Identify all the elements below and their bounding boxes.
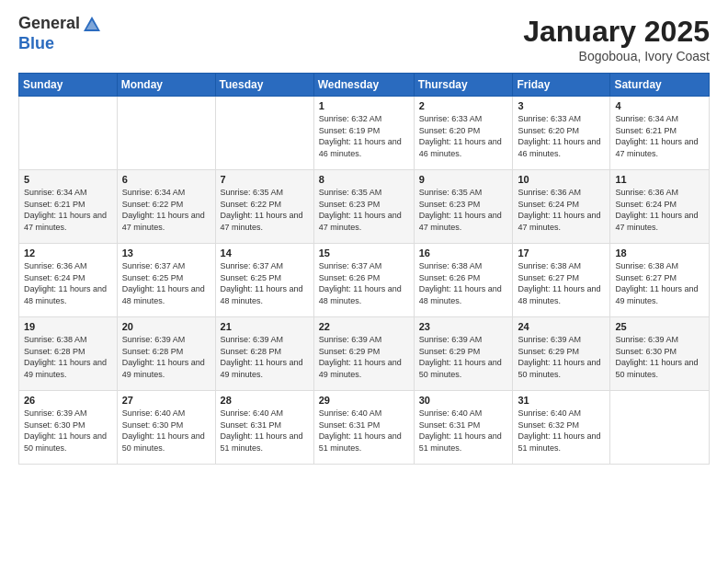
calendar-cell <box>610 391 710 465</box>
calendar-cell: 17Sunrise: 6:38 AMSunset: 6:27 PMDayligh… <box>513 244 610 317</box>
calendar-cell: 20Sunrise: 6:39 AMSunset: 6:28 PMDayligh… <box>117 317 215 391</box>
logo-general: General <box>18 15 102 35</box>
day-info: Sunrise: 6:38 AMSunset: 6:27 PMDaylight:… <box>615 260 704 306</box>
calendar-cell: 15Sunrise: 6:37 AMSunset: 6:26 PMDayligh… <box>313 244 414 317</box>
day-info: Sunrise: 6:40 AMSunset: 6:31 PMDaylight:… <box>221 408 309 454</box>
day-number: 10 <box>518 174 605 185</box>
calendar-cell <box>117 97 215 170</box>
logo: General Blue <box>18 15 102 53</box>
day-info: Sunrise: 6:40 AMSunset: 6:30 PMDaylight:… <box>122 408 210 454</box>
calendar-cell: 22Sunrise: 6:39 AMSunset: 6:29 PMDayligh… <box>313 317 414 391</box>
day-info: Sunrise: 6:33 AMSunset: 6:20 PMDaylight:… <box>419 113 508 159</box>
day-number: 16 <box>419 247 508 259</box>
weekday-header: Thursday <box>414 74 513 97</box>
day-info: Sunrise: 6:37 AMSunset: 6:25 PMDaylight:… <box>221 260 309 306</box>
calendar-cell: 14Sunrise: 6:37 AMSunset: 6:25 PMDayligh… <box>215 244 313 317</box>
day-number: 11 <box>615 174 704 185</box>
day-number: 21 <box>221 321 309 332</box>
calendar: SundayMondayTuesdayWednesdayThursdayFrid… <box>18 73 710 465</box>
day-info: Sunrise: 6:35 AMSunset: 6:23 PMDaylight:… <box>419 187 508 233</box>
day-info: Sunrise: 6:34 AMSunset: 6:22 PMDaylight:… <box>122 187 210 233</box>
calendar-cell: 8Sunrise: 6:35 AMSunset: 6:23 PMDaylight… <box>313 170 414 244</box>
calendar-cell: 16Sunrise: 6:38 AMSunset: 6:26 PMDayligh… <box>414 244 513 317</box>
day-info: Sunrise: 6:40 AMSunset: 6:32 PMDaylight:… <box>518 408 605 454</box>
day-info: Sunrise: 6:34 AMSunset: 6:21 PMDaylight:… <box>615 113 704 159</box>
day-info: Sunrise: 6:36 AMSunset: 6:24 PMDaylight:… <box>615 187 704 233</box>
calendar-cell <box>19 97 118 170</box>
day-info: Sunrise: 6:39 AMSunset: 6:29 PMDaylight:… <box>518 334 605 380</box>
weekday-header: Sunday <box>19 74 118 97</box>
day-number: 15 <box>319 247 409 259</box>
day-info: Sunrise: 6:39 AMSunset: 6:28 PMDaylight:… <box>221 334 309 380</box>
day-info: Sunrise: 6:38 AMSunset: 6:27 PMDaylight:… <box>518 260 605 306</box>
weekday-header: Saturday <box>610 74 710 97</box>
day-number: 31 <box>518 395 605 406</box>
day-number: 18 <box>615 247 704 259</box>
calendar-cell: 3Sunrise: 6:33 AMSunset: 6:20 PMDaylight… <box>513 97 610 170</box>
weekday-header: Tuesday <box>215 74 313 97</box>
calendar-cell: 27Sunrise: 6:40 AMSunset: 6:30 PMDayligh… <box>117 391 215 465</box>
day-number: 1 <box>319 100 409 111</box>
calendar-cell: 6Sunrise: 6:34 AMSunset: 6:22 PMDaylight… <box>117 170 215 244</box>
day-number: 7 <box>221 174 309 185</box>
day-info: Sunrise: 6:40 AMSunset: 6:31 PMDaylight:… <box>319 408 409 454</box>
day-number: 6 <box>122 174 210 185</box>
weekday-header: Friday <box>513 74 610 97</box>
day-info: Sunrise: 6:35 AMSunset: 6:22 PMDaylight:… <box>221 187 309 233</box>
day-number: 22 <box>319 321 409 332</box>
day-number: 12 <box>24 247 112 259</box>
day-number: 19 <box>24 321 112 332</box>
day-number: 24 <box>518 321 605 332</box>
day-number: 5 <box>24 174 112 185</box>
day-number: 28 <box>221 395 309 406</box>
calendar-cell: 11Sunrise: 6:36 AMSunset: 6:24 PMDayligh… <box>610 170 710 244</box>
day-info: Sunrise: 6:39 AMSunset: 6:29 PMDaylight:… <box>419 334 508 380</box>
day-info: Sunrise: 6:32 AMSunset: 6:19 PMDaylight:… <box>319 113 409 159</box>
calendar-cell <box>215 97 313 170</box>
calendar-cell: 7Sunrise: 6:35 AMSunset: 6:22 PMDaylight… <box>215 170 313 244</box>
day-number: 25 <box>615 321 704 332</box>
calendar-cell: 13Sunrise: 6:37 AMSunset: 6:25 PMDayligh… <box>117 244 215 317</box>
day-info: Sunrise: 6:36 AMSunset: 6:24 PMDaylight:… <box>24 260 112 306</box>
title-block: January 2025 Bogoboua, Ivory Coast <box>523 15 710 63</box>
calendar-cell: 4Sunrise: 6:34 AMSunset: 6:21 PMDaylight… <box>610 97 710 170</box>
calendar-cell: 18Sunrise: 6:38 AMSunset: 6:27 PMDayligh… <box>610 244 710 317</box>
day-info: Sunrise: 6:37 AMSunset: 6:25 PMDaylight:… <box>122 260 210 306</box>
day-number: 27 <box>122 395 210 406</box>
day-info: Sunrise: 6:37 AMSunset: 6:26 PMDaylight:… <box>319 260 409 306</box>
calendar-cell: 24Sunrise: 6:39 AMSunset: 6:29 PMDayligh… <box>513 317 610 391</box>
day-number: 13 <box>122 247 210 259</box>
day-info: Sunrise: 6:39 AMSunset: 6:30 PMDaylight:… <box>24 408 112 454</box>
calendar-cell: 5Sunrise: 6:34 AMSunset: 6:21 PMDaylight… <box>19 170 118 244</box>
day-number: 3 <box>518 100 605 111</box>
weekday-header: Monday <box>117 74 215 97</box>
day-info: Sunrise: 6:38 AMSunset: 6:28 PMDaylight:… <box>24 334 112 380</box>
day-number: 14 <box>221 247 309 259</box>
day-number: 26 <box>24 395 112 406</box>
page-title: January 2025 <box>523 15 710 49</box>
calendar-cell: 25Sunrise: 6:39 AMSunset: 6:30 PMDayligh… <box>610 317 710 391</box>
day-info: Sunrise: 6:36 AMSunset: 6:24 PMDaylight:… <box>518 187 605 233</box>
calendar-cell: 28Sunrise: 6:40 AMSunset: 6:31 PMDayligh… <box>215 391 313 465</box>
calendar-cell: 23Sunrise: 6:39 AMSunset: 6:29 PMDayligh… <box>414 317 513 391</box>
day-info: Sunrise: 6:39 AMSunset: 6:29 PMDaylight:… <box>319 334 409 380</box>
calendar-cell: 2Sunrise: 6:33 AMSunset: 6:20 PMDaylight… <box>414 97 513 170</box>
day-number: 2 <box>419 100 508 111</box>
calendar-cell: 26Sunrise: 6:39 AMSunset: 6:30 PMDayligh… <box>19 391 118 465</box>
calendar-cell: 30Sunrise: 6:40 AMSunset: 6:31 PMDayligh… <box>414 391 513 465</box>
day-info: Sunrise: 6:39 AMSunset: 6:30 PMDaylight:… <box>615 334 704 380</box>
day-number: 17 <box>518 247 605 259</box>
day-number: 23 <box>419 321 508 332</box>
calendar-cell: 10Sunrise: 6:36 AMSunset: 6:24 PMDayligh… <box>513 170 610 244</box>
header: General Blue January 2025 Bogoboua, Ivor… <box>18 15 710 63</box>
day-number: 20 <box>122 321 210 332</box>
day-number: 8 <box>319 174 409 185</box>
day-info: Sunrise: 6:38 AMSunset: 6:26 PMDaylight:… <box>419 260 508 306</box>
calendar-cell: 9Sunrise: 6:35 AMSunset: 6:23 PMDaylight… <box>414 170 513 244</box>
day-info: Sunrise: 6:33 AMSunset: 6:20 PMDaylight:… <box>518 113 605 159</box>
day-number: 9 <box>419 174 508 185</box>
day-number: 29 <box>319 395 409 406</box>
weekday-header: Wednesday <box>313 74 414 97</box>
calendar-cell: 31Sunrise: 6:40 AMSunset: 6:32 PMDayligh… <box>513 391 610 465</box>
day-number: 30 <box>419 395 508 406</box>
